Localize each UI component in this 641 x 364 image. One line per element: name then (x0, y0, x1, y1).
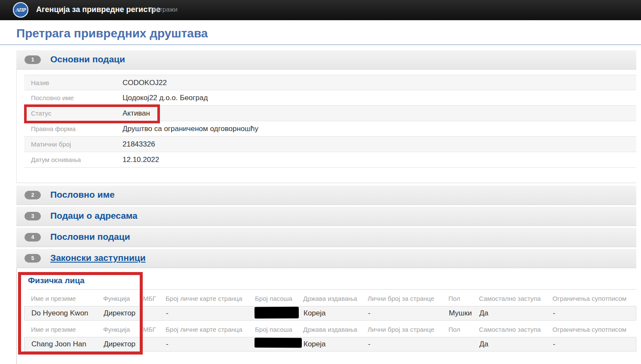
section-bar-business-name[interactable]: 2 Пословно име (16, 186, 636, 205)
cell-personal-no: - (368, 340, 371, 349)
col-header-id-card: Број личне карте странца (166, 295, 242, 302)
cell-sole-rep: Да (479, 340, 488, 349)
row-naziv: Назив CODOKOJ22 (24, 75, 636, 90)
annotation-box-individuals (18, 272, 143, 355)
title-divider (0, 44, 641, 45)
row-label: Правна форма (31, 125, 76, 132)
col-header-id-card: Број личне карте странца (166, 326, 242, 333)
row-value: CODOKOJ22 (123, 79, 167, 87)
col-header-gender: Пол (448, 326, 460, 333)
cell-country: Кореја (304, 340, 326, 349)
row-label: Пословно име (31, 94, 74, 101)
row-value: 12.10.2022 (123, 156, 159, 164)
brand-title[interactable]: Агенција за привредне регистре (36, 5, 160, 14)
row-label: Назив (31, 79, 49, 86)
section-number-badge: 2 (25, 191, 41, 199)
row-label: Датум оснивања (31, 156, 81, 163)
row-pravna-forma: Правна форма Друштво са ограниченом одго… (24, 121, 636, 137)
row-value: 21843326 (123, 140, 155, 149)
cell-cosign-limit: - (553, 309, 555, 318)
col-header-personal-no: Лични број за странце (368, 295, 434, 302)
section-title-business-data[interactable]: Пословни подаци (50, 232, 130, 242)
section-number-badge: 3 (25, 212, 41, 220)
cell-country: Кореја (304, 309, 326, 318)
row-label: Матични број (31, 141, 71, 148)
nav-item-search[interactable]: Претражи (148, 6, 178, 13)
row-value: Цодокој22 д.о.о. Београд (123, 94, 208, 102)
section-bar-addresses[interactable]: 3 Подаци о адресама (16, 207, 636, 226)
apr-logo-text: АПР (15, 6, 25, 13)
section-title-basic-data[interactable]: Основни подаци (50, 54, 125, 64)
row-maticni-broj: Матични број 21843326 (24, 137, 636, 152)
col-header-cosign-limit: Ограничења супотписом (552, 326, 626, 333)
cell-id-card: - (166, 340, 169, 349)
section-bar-basic-data[interactable]: 1 Основни подаци (16, 50, 636, 70)
col-header-passport: Број пасоша (255, 326, 292, 333)
passport-redaction-box (255, 307, 299, 319)
section-number-badge: 1 (25, 55, 41, 64)
col-header-gender: Пол (448, 295, 460, 302)
annotation-box-status (24, 104, 160, 123)
cell-personal-no: - (368, 309, 371, 318)
passport-redaction-box (255, 338, 302, 348)
top-navbar: АПР Агенција за привредне регистре Претр… (0, 0, 641, 20)
apr-logo-icon[interactable]: АПР (13, 2, 28, 18)
col-header-country: Држава издавања (303, 326, 357, 333)
page-title: Претрага привредних друштава (16, 27, 208, 40)
cell-id-card: - (166, 309, 169, 318)
section-title-addresses[interactable]: Подаци о адресама (50, 211, 138, 221)
col-header-country: Држава издавања (303, 295, 357, 302)
row-datum-osnivanja: Датум оснивања 12.10.2022 (24, 152, 636, 168)
section-number-badge: 4 (25, 233, 41, 242)
col-header-sole-rep: Самостално заступа (479, 295, 541, 302)
col-header-cosign-limit: Ограничења супотписом (552, 295, 626, 302)
section-title-legal-representatives[interactable]: Законски заступници (50, 253, 146, 263)
row-poslovno-ime: Пословно име Цодокој22 д.о.о. Београд (24, 90, 636, 106)
row-value: Друштво са ограниченом одговорношћу (123, 125, 258, 133)
cell-sole-rep: Да (479, 309, 488, 318)
col-header-sole-rep: Самостално заступа (479, 326, 541, 333)
cell-gender: Мушки (449, 309, 472, 318)
section-number-badge: 5 (25, 254, 41, 263)
section-title-business-name[interactable]: Пословно име (50, 190, 115, 200)
col-header-personal-no: Лични број за странце (368, 326, 434, 333)
cell-cosign-limit: - (553, 340, 555, 349)
section-bar-business-data[interactable]: 4 Пословни подаци (16, 228, 636, 247)
section-bar-legal-representatives[interactable]: 5 Законски заступници (16, 249, 636, 268)
col-header-passport: Број пасоша (255, 295, 292, 302)
